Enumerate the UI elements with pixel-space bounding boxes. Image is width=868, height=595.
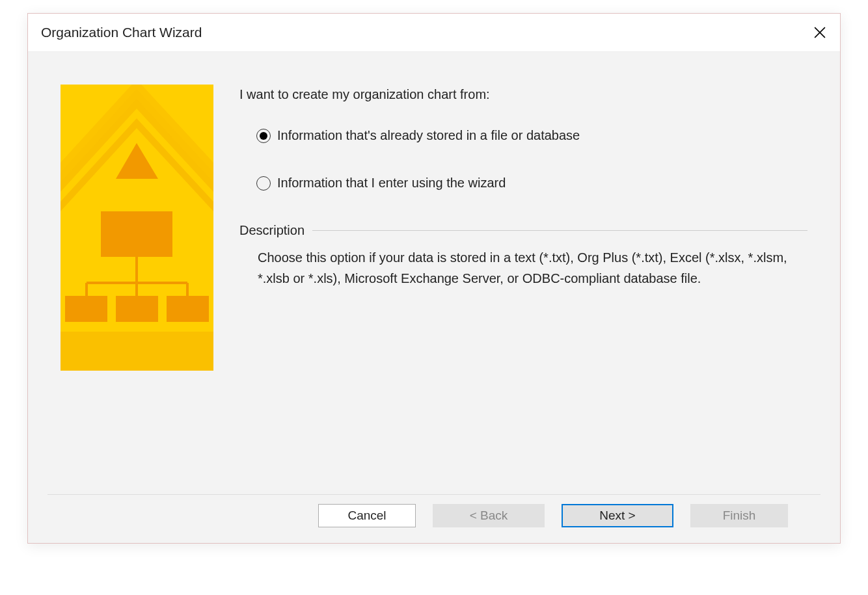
- content-area: I want to create my organization chart f…: [28, 52, 840, 494]
- org-chart-icon: [61, 85, 213, 371]
- cancel-button[interactable]: Cancel: [318, 504, 416, 527]
- description-section: Description Choose this option if your d…: [239, 223, 807, 289]
- description-title: Description: [239, 223, 305, 238]
- wizard-image: [61, 85, 213, 371]
- radio-group: Information that's already stored in a f…: [239, 128, 807, 191]
- svg-rect-16: [167, 296, 209, 322]
- close-button[interactable]: [810, 23, 830, 42]
- svg-rect-8: [101, 211, 172, 257]
- dialog-bottom: Cancel < Back Next > Finish: [28, 494, 840, 543]
- svg-rect-14: [65, 296, 107, 322]
- button-bar: Cancel < Back Next > Finish: [47, 494, 821, 543]
- wizard-dialog: Organization Chart Wizard: [27, 13, 841, 544]
- next-button[interactable]: Next >: [562, 504, 673, 527]
- main-content: I want to create my organization chart f…: [239, 85, 807, 481]
- description-text: Choose this option if your data is store…: [239, 247, 807, 289]
- back-button: < Back: [433, 504, 545, 527]
- radio-option-enter-wizard[interactable]: Information that I enter using the wizar…: [256, 176, 807, 191]
- description-header: Description: [239, 223, 807, 238]
- radio-label: Information that I enter using the wizar…: [277, 176, 506, 191]
- divider-line: [312, 230, 807, 231]
- radio-circle: [256, 176, 271, 191]
- prompt-text: I want to create my organization chart f…: [239, 87, 807, 102]
- close-icon: [814, 27, 826, 38]
- radio-label: Information that's already stored in a f…: [277, 128, 580, 143]
- radio-circle: [256, 129, 271, 143]
- radio-option-file-database[interactable]: Information that's already stored in a f…: [256, 128, 807, 143]
- finish-button: Finish: [690, 504, 788, 527]
- titlebar: Organization Chart Wizard: [28, 14, 840, 52]
- svg-rect-17: [61, 332, 213, 371]
- dialog-title: Organization Chart Wizard: [41, 25, 202, 40]
- svg-rect-15: [116, 296, 158, 322]
- radio-dot-selected: [260, 132, 267, 140]
